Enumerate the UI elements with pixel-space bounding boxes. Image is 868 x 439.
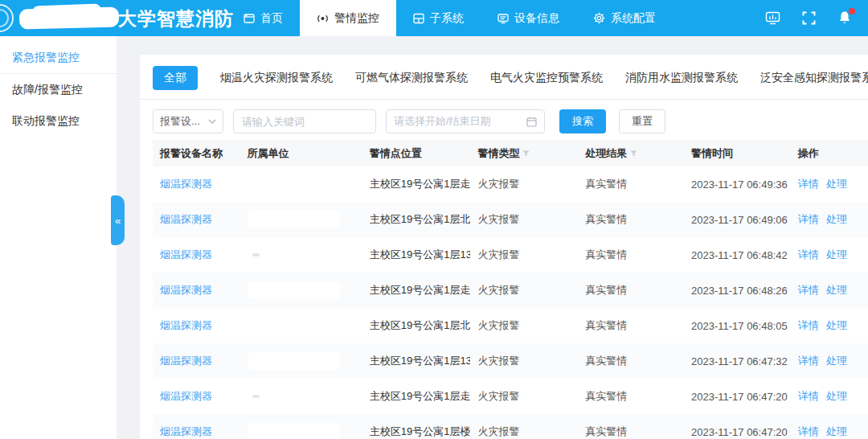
device-info-icon	[497, 13, 509, 24]
device-link[interactable]: 烟温探测器	[160, 318, 212, 333]
time-cell: 2023-11-17 06:47:20	[684, 426, 791, 438]
type-cell: 火灾报警	[470, 318, 578, 333]
col-result: 处理结果	[578, 146, 684, 161]
nav-item-alarm-monitor[interactable]: 警情监控	[300, 0, 396, 36]
collapse-chevrons-icon: «	[115, 215, 121, 227]
detail-link[interactable]: 详情	[798, 318, 819, 333]
device-link[interactable]: 烟温探测器	[160, 212, 212, 227]
alarm-type-select[interactable]: 报警设...	[153, 109, 223, 133]
detail-link[interactable]: 详情	[798, 354, 819, 368]
device-link[interactable]: 烟温探测器	[160, 177, 212, 191]
time-cell: 2023-11-17 06:49:06	[684, 214, 791, 226]
unit-redaction-blob	[248, 211, 340, 228]
nav-item-subsystem[interactable]: 子系统	[396, 0, 481, 36]
handle-link[interactable]: 处理	[826, 177, 847, 191]
nav-item-device-info[interactable]: 设备信息	[481, 0, 576, 36]
detail-link[interactable]: 详情	[798, 212, 819, 227]
result-cell: 真实警情	[578, 354, 684, 368]
main-nav: 首页 警情监控 子系统 设备信息	[227, 0, 673, 36]
fullscreen-icon[interactable]	[802, 11, 816, 25]
bell-icon[interactable]	[837, 10, 852, 26]
detail-link[interactable]: 详情	[798, 177, 819, 191]
logo-redaction-blob	[32, 4, 102, 19]
home-icon	[244, 13, 255, 24]
device-link[interactable]: 烟温探测器	[160, 354, 212, 368]
calendar-icon	[526, 117, 537, 127]
logo-area: 大学智慧消防	[0, 0, 227, 36]
filter-bar: 报警设... 请选择开始/结束日期 搜索 重置	[153, 109, 868, 133]
type-cell: 火灾报警	[470, 177, 578, 191]
tab-electrical-fire[interactable]: 电气火灾监控预警系统	[490, 71, 603, 85]
date-range-input[interactable]: 请选择开始/结束日期	[386, 109, 545, 133]
device-link[interactable]: 烟温探测器	[160, 389, 212, 404]
col-time: 警情时间	[684, 146, 791, 161]
detail-link[interactable]: 详情	[798, 283, 819, 297]
university-emblem-icon	[0, 4, 14, 32]
type-cell: 火灾报警	[470, 212, 578, 227]
search-button[interactable]: 搜索	[559, 109, 606, 133]
nav-item-system-config[interactable]: 系统配置	[576, 0, 673, 36]
location-cell: 主校区19号公寓1层走廊4	[362, 177, 471, 191]
tab-all[interactable]: 全部	[153, 66, 198, 90]
tab-smoke-temp-fire[interactable]: 烟温火灾探测报警系统	[220, 71, 333, 85]
device-link[interactable]: 烟温探测器	[160, 283, 212, 297]
sidebar-item-linkage-alarm[interactable]: 联动报警监控	[0, 105, 117, 137]
nav-item-label: 系统配置	[611, 11, 656, 26]
system-config-icon	[593, 12, 605, 24]
unit-cell	[240, 352, 362, 370]
sidebar-collapse-button[interactable]: «	[111, 195, 125, 245]
dashboard-icon[interactable]	[765, 11, 780, 25]
unit-cell	[240, 395, 362, 398]
unit-redaction-mark	[252, 253, 260, 256]
tab-pan-security[interactable]: 泛安全感知探测报警系统	[760, 71, 868, 85]
app-title: 大学智慧消防	[118, 6, 234, 31]
type-cell: 火灾报警	[470, 248, 578, 262]
location-cell: 主校区19号公寓1层走廊4	[362, 283, 471, 297]
table-row: 烟温探测器 主校区19号公寓1层139 火灾报警 真实警情 2023-11-17…	[153, 343, 868, 379]
alarm-table: 报警设备名称 所属单位 警情点位置 警情类型 处理结果 警情时间 操作 烟温探测…	[153, 140, 868, 439]
handle-link[interactable]: 处理	[826, 212, 847, 227]
handle-link[interactable]: 处理	[826, 354, 847, 368]
reset-button[interactable]: 重置	[619, 109, 665, 133]
location-cell: 主校区19号公寓1层走廊4	[362, 389, 471, 404]
col-location: 警情点位置	[362, 146, 471, 161]
sidebar-item-emergency-alarm[interactable]: 紧急报警监控	[0, 43, 117, 74]
device-link[interactable]: 烟温探测器	[160, 425, 212, 439]
handle-link[interactable]: 处理	[826, 318, 847, 333]
table-row: 烟温探测器 主校区19号公寓1层走廊4 火灾报警 真实警情 2023-11-17…	[153, 379, 868, 414]
sidebar-item-label: 紧急报警监控	[12, 51, 80, 65]
result-cell: 真实警情	[578, 177, 684, 191]
location-cell: 主校区19号公寓1层楼梯3	[362, 425, 471, 439]
table-row: 烟温探测器 主校区19号公寓1层139 火灾报警 真实警情 2023-11-17…	[153, 237, 868, 273]
type-cell: 火灾报警	[470, 283, 578, 297]
table-row: 烟温探测器 主校区19号公寓1层北... 火灾报警 真实警情 2023-11-1…	[153, 308, 868, 343]
handle-link[interactable]: 处理	[826, 248, 847, 262]
tab-combustible-gas[interactable]: 可燃气体探测报警系统	[355, 71, 468, 85]
filter-funnel-icon[interactable]	[630, 150, 637, 157]
filter-funnel-icon[interactable]	[522, 150, 530, 157]
col-device-name: 报警设备名称	[153, 146, 240, 161]
type-cell: 火灾报警	[470, 389, 578, 404]
time-cell: 2023-11-17 06:47:20	[684, 391, 791, 403]
subsystem-icon	[413, 13, 424, 24]
handle-link[interactable]: 处理	[826, 283, 847, 297]
nav-item-label: 设备信息	[514, 11, 559, 26]
select-value: 报警设...	[160, 114, 205, 129]
detail-link[interactable]: 详情	[798, 248, 819, 262]
table-row: 烟温探测器 主校区19号公寓1层楼梯3 火灾报警 真实警情 2023-11-17…	[153, 414, 868, 439]
detail-link[interactable]: 详情	[798, 425, 819, 439]
detail-link[interactable]: 详情	[798, 389, 819, 404]
handle-link[interactable]: 处理	[826, 389, 847, 404]
col-actions: 操作	[791, 146, 868, 161]
tab-fire-water[interactable]: 消防用水监测报警系统	[625, 71, 738, 85]
unit-cell	[240, 211, 362, 228]
nav-item-home[interactable]: 首页	[227, 0, 300, 36]
unit-cell	[240, 281, 362, 299]
handle-link[interactable]: 处理	[826, 425, 847, 439]
device-link[interactable]: 烟温探测器	[160, 248, 212, 262]
keyword-input[interactable]	[233, 109, 376, 133]
unit-redaction-blob	[248, 423, 340, 439]
sidebar-item-fault-alarm[interactable]: 故障/报警监控	[0, 74, 117, 105]
time-cell: 2023-11-17 06:47:32	[684, 355, 791, 367]
alarm-monitor-icon	[317, 13, 329, 24]
